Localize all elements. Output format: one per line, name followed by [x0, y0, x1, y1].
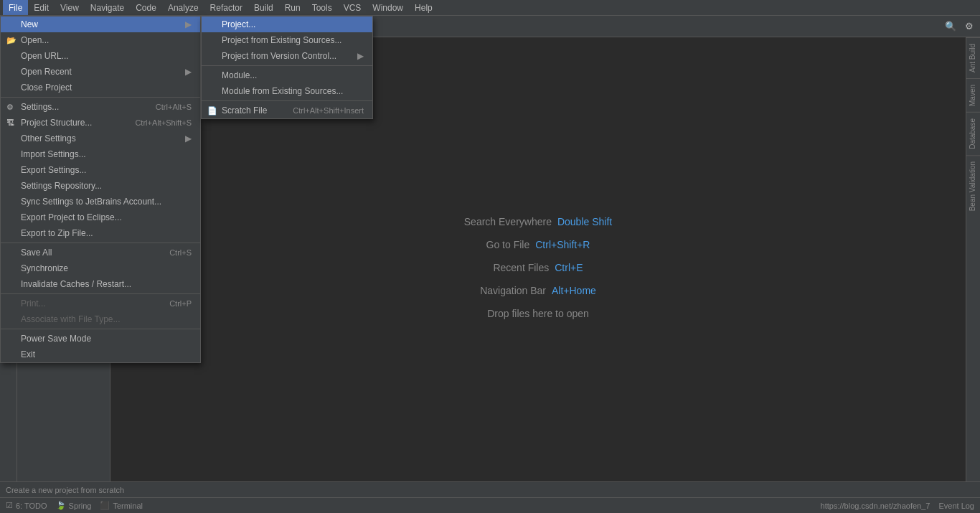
menu-code[interactable]: Code: [130, 0, 162, 15]
menu-item-power-save[interactable]: Power Save Mode: [1, 331, 200, 347]
menu-run[interactable]: Run: [279, 0, 306, 15]
menu-bar: File Edit View Navigate Code Analyze Ref…: [0, 0, 980, 16]
submenu-arrow-vcs: ▶: [357, 51, 364, 61]
spring-label: Spring: [69, 502, 92, 510]
navigation-bar-shortcut: Alt+Home: [552, 285, 596, 296]
status-message: Create a new project from scratch: [6, 486, 124, 494]
open-icon: 📂: [6, 36, 17, 45]
menu-item-open[interactable]: 📂 Open...: [1, 32, 200, 48]
submenu-arrow-icon: ▶: [185, 19, 192, 29]
todo-status[interactable]: ☑ 6: TODO: [6, 501, 47, 510]
menu-refactor[interactable]: Refactor: [204, 0, 248, 15]
menu-item-print: Print... Ctrl+P: [1, 296, 200, 311]
separator-2: [1, 243, 200, 243]
url-text: https://blog.csdn.net/zhaofen_7: [821, 502, 930, 510]
new-submenu-dropdown: Project... Project from Existing Sources…: [201, 16, 373, 119]
hint-navbar: Navigation Bar Alt+Home: [480, 285, 596, 296]
scratch-file-icon: 📄: [207, 106, 217, 116]
todo-icon: ☑: [6, 501, 13, 510]
submenu-item-scratch[interactable]: 📄 Scratch File Ctrl+Alt+Shift+Insert: [202, 103, 372, 118]
url-status: https://blog.csdn.net/zhaofen_7: [821, 502, 930, 510]
menu-item-associate-file-type: Associate with File Type...: [1, 311, 200, 327]
separator-1: [1, 97, 200, 98]
menu-view[interactable]: View: [55, 0, 85, 15]
event-log-label: Event Log: [938, 502, 974, 510]
menu-item-import-settings[interactable]: Import Settings...: [1, 146, 200, 162]
separator-3: [1, 293, 200, 294]
goto-file-label: Go to File: [486, 239, 530, 250]
database-tab[interactable]: Database: [966, 112, 980, 155]
terminal-status[interactable]: ⬛ Terminal: [100, 501, 143, 510]
project-structure-icon: 🏗: [6, 118, 14, 127]
menu-item-export-eclipse[interactable]: Export Project to Eclipse...: [1, 210, 200, 225]
menu-item-exit[interactable]: Exit: [1, 347, 200, 362]
bean-validation-tab[interactable]: Bean Validation: [966, 155, 980, 217]
new-sep-1: [202, 65, 372, 66]
menu-analyze[interactable]: Analyze: [162, 0, 204, 15]
submenu-item-project-existing[interactable]: Project from Existing Sources...: [202, 32, 372, 48]
menu-file[interactable]: File: [3, 0, 28, 15]
submenu-item-module-existing[interactable]: Module from Existing Sources...: [202, 83, 372, 99]
recent-files-label: Recent Files: [493, 262, 549, 273]
menu-item-synchronize[interactable]: Synchronize: [1, 260, 200, 276]
navigation-bar-label: Navigation Bar: [480, 285, 546, 296]
settings-button[interactable]: ⚙: [961, 19, 977, 34]
menu-window[interactable]: Window: [367, 0, 409, 15]
menu-item-sync-settings[interactable]: Sync Settings to JetBrains Account...: [1, 194, 200, 210]
new-sep-2: [202, 100, 372, 101]
menu-item-open-recent[interactable]: Open Recent ▶: [1, 64, 200, 80]
menu-edit[interactable]: Edit: [28, 0, 55, 15]
goto-file-shortcut: Ctrl+Shift+R: [535, 239, 590, 250]
submenu-item-project[interactable]: Project...: [202, 17, 372, 32]
menu-item-other-settings[interactable]: Other Settings ▶: [1, 131, 200, 146]
recent-files-shortcut: Ctrl+E: [555, 262, 583, 273]
maven-tab[interactable]: Maven: [966, 78, 980, 112]
menu-item-close-project[interactable]: Close Project: [1, 80, 200, 95]
hint-recent: Recent Files Ctrl+E: [493, 262, 583, 273]
menu-vcs[interactable]: VCS: [338, 0, 367, 15]
search-everywhere-button[interactable]: 🔍: [943, 19, 958, 34]
terminal-label: Terminal: [113, 502, 143, 510]
todo-label: 6: TODO: [16, 502, 47, 510]
file-menu-dropdown: New ▶ 📂 Open... Open URL... Open Recent …: [0, 16, 201, 363]
menu-item-export-zip[interactable]: Export to Zip File...: [1, 225, 200, 241]
submenu-arrow-icon-other: ▶: [185, 133, 192, 143]
right-sidebar: Ant Build Maven Database Bean Validation: [966, 37, 980, 497]
menu-tools[interactable]: Tools: [306, 0, 338, 15]
settings-icon: ⚙: [6, 103, 14, 112]
spring-icon: 🍃: [56, 501, 66, 510]
menu-item-settings-repo[interactable]: Settings Repository...: [1, 178, 200, 194]
terminal-icon: ⬛: [100, 501, 110, 510]
search-everywhere-label: Search Everywhere: [464, 216, 552, 227]
menu-item-save-all[interactable]: Save All Ctrl+S: [1, 245, 200, 260]
menu-help[interactable]: Help: [409, 0, 438, 15]
menu-item-settings[interactable]: ⚙ Settings... Ctrl+Alt+S: [1, 99, 200, 115]
menu-item-open-url[interactable]: Open URL...: [1, 48, 200, 64]
menu-build[interactable]: Build: [248, 0, 279, 15]
submenu-arrow-icon-recent: ▶: [185, 67, 192, 77]
search-everywhere-shortcut: Double Shift: [557, 216, 612, 227]
menu-item-project-structure[interactable]: 🏗 Project Structure... Ctrl+Alt+Shift+S: [1, 115, 200, 131]
status-bar: ☑ 6: TODO 🍃 Spring ⬛ Terminal https://bl…: [0, 497, 980, 513]
menu-item-new[interactable]: New ▶: [1, 17, 200, 32]
menu-item-invalidate-caches[interactable]: Invalidate Caches / Restart...: [1, 276, 200, 292]
menu-item-export-settings[interactable]: Export Settings...: [1, 162, 200, 178]
spring-status[interactable]: 🍃 Spring: [56, 501, 92, 510]
drop-files-label: Drop files here to open: [487, 308, 589, 319]
event-log-status[interactable]: Event Log: [938, 502, 974, 510]
separator-4: [1, 329, 200, 329]
hint-search: Search Everywhere Double Shift: [464, 216, 612, 227]
submenu-item-project-vcs[interactable]: Project from Version Control... ▶: [202, 48, 372, 64]
submenu-item-module[interactable]: Module...: [202, 67, 372, 83]
hint-drop: Drop files here to open: [487, 308, 589, 319]
menu-navigate[interactable]: Navigate: [85, 0, 130, 15]
ant-build-tab[interactable]: Ant Build: [966, 37, 980, 78]
hint-goto: Go to File Ctrl+Shift+R: [486, 239, 590, 250]
